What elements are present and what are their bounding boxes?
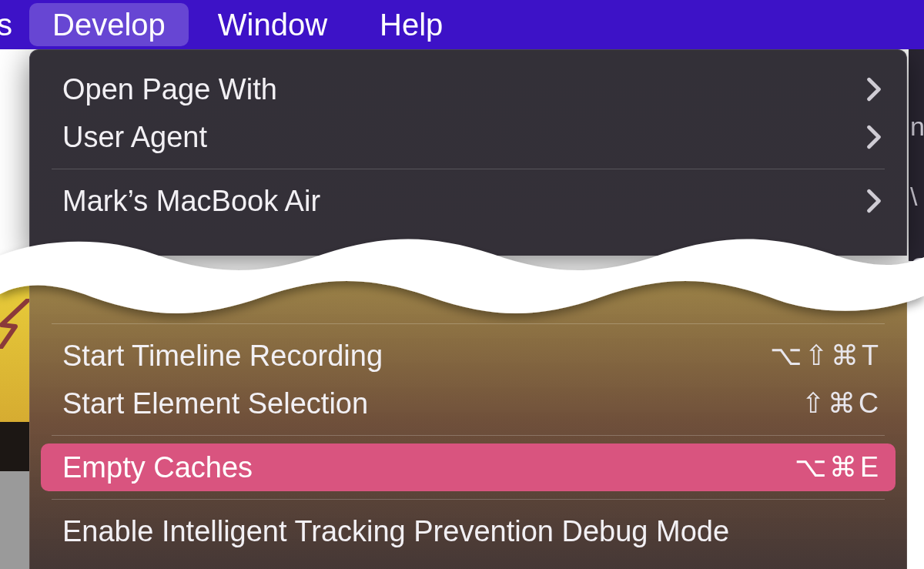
menu-item-start-timeline-recording[interactable]: Start Timeline Recording ⌥⇧⌘T xyxy=(30,332,906,380)
menu-item-shortcut: ⇧⌘C xyxy=(802,387,882,420)
background-right-sliver: n \ G xyxy=(909,49,924,261)
menu-item-label: Start Element Selection xyxy=(62,387,802,420)
menubar-item-help[interactable]: Help xyxy=(357,3,466,46)
background-black xyxy=(0,422,29,472)
menu-separator xyxy=(52,435,885,436)
menubar-item-develop[interactable]: Develop xyxy=(29,3,189,46)
menu-separator xyxy=(52,323,885,324)
menu-item-label: Mark’s MacBook Air xyxy=(62,185,866,218)
chevron-right-icon xyxy=(866,77,882,102)
develop-menu-top: Open Page With User Agent Mark’s MacBook… xyxy=(29,49,907,256)
menu-item-shortcut: ⌥⌘E xyxy=(795,451,882,484)
menu-item-label: Open Page With xyxy=(62,73,866,106)
develop-menu-bottom: Start Timeline Recording ⌥⇧⌘T Start Elem… xyxy=(29,277,907,569)
menu-item-device[interactable]: Mark’s MacBook Air xyxy=(30,177,906,225)
menu-item-open-page-with[interactable]: Open Page With xyxy=(30,65,906,113)
chevron-right-icon xyxy=(866,189,882,213)
menu-item-start-element-selection[interactable]: Start Element Selection ⇧⌘C xyxy=(30,380,906,427)
menu-item-label: Start Timeline Recording xyxy=(62,340,770,373)
menu-item-enable-itp-debug[interactable]: Enable Intelligent Tracking Prevention D… xyxy=(30,507,906,555)
chevron-right-icon xyxy=(866,125,882,149)
menu-item-label: Empty Caches xyxy=(62,451,795,484)
menu-item-label: User Agent xyxy=(62,121,866,154)
menubar: s Develop Window Help xyxy=(0,0,924,49)
menubar-prev-fragment: s xyxy=(0,0,26,49)
menu-item-label: Enable Intelligent Tracking Prevention D… xyxy=(62,515,882,548)
menu-item-shortcut: ⌥⇧⌘T xyxy=(770,340,882,372)
menu-item-empty-caches[interactable]: Empty Caches ⌥⌘E xyxy=(41,443,896,491)
background-lightning-icon xyxy=(0,299,29,349)
background-gray xyxy=(0,471,29,569)
menu-separator xyxy=(52,499,885,500)
menu-separator xyxy=(52,169,885,169)
menubar-item-window[interactable]: Window xyxy=(195,3,350,46)
menu-item-user-agent[interactable]: User Agent xyxy=(30,113,906,161)
